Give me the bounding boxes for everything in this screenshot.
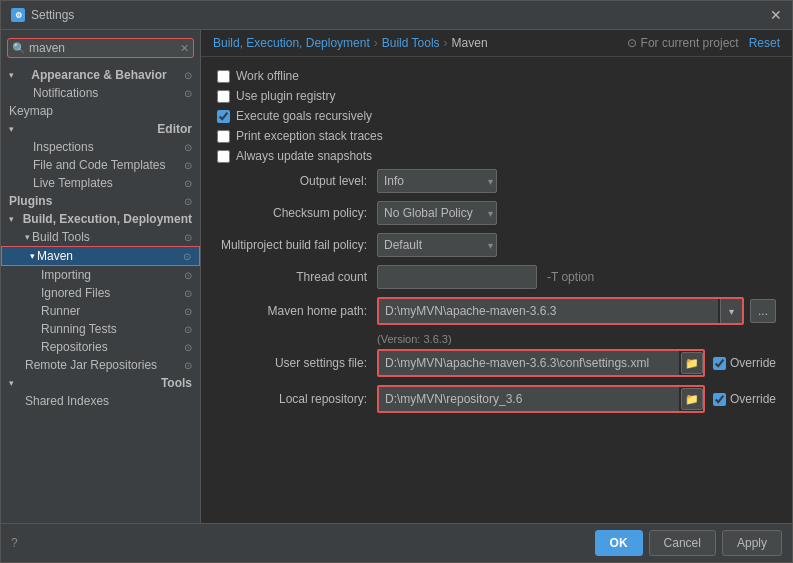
help-button[interactable]: ? xyxy=(11,536,18,550)
checksum-policy-select-wrap: No Global Policy Fail Warn Ignore ▾ xyxy=(377,201,497,225)
print-exception-label: Print exception stack traces xyxy=(236,129,383,143)
maven-label: Maven xyxy=(37,249,73,263)
multiproject-fail-control: Default At End Fail Fast Never Fail ▾ xyxy=(377,233,776,257)
execute-goals-checkbox[interactable] xyxy=(217,110,230,123)
maven-version-text: (Version: 3.6.3) xyxy=(377,333,776,345)
output-level-row: Output level: Info Debug Warning Error ▾ xyxy=(217,169,776,193)
sidebar-item-maven[interactable]: ▾ Maven ⊙ xyxy=(1,246,200,266)
thread-count-input[interactable] xyxy=(377,265,537,289)
sidebar-item-live-templates[interactable]: Live Templates ⊙ xyxy=(1,174,200,192)
sidebar-item-shared-indexes[interactable]: Shared Indexes xyxy=(1,392,200,410)
runner-label: Runner xyxy=(41,304,80,318)
user-settings-input[interactable] xyxy=(379,351,679,375)
sidebar-item-appearance-behavior[interactable]: ▾ Appearance & Behavior ⊙ xyxy=(1,66,200,84)
breadcrumb: Build, Execution, Deployment › Build Too… xyxy=(201,30,792,57)
sidebar-item-keymap[interactable]: Keymap xyxy=(1,102,200,120)
ok-button[interactable]: OK xyxy=(595,530,643,556)
breadcrumb-build[interactable]: Build, Execution, Deployment xyxy=(213,36,370,50)
sidebar-item-editor[interactable]: ▾ Editor xyxy=(1,120,200,138)
sidebar-item-tools[interactable]: ▾ Tools xyxy=(1,374,200,392)
work-offline-row: Work offline xyxy=(217,69,776,83)
local-repo-override-checkbox[interactable] xyxy=(713,393,726,406)
thread-count-control: -T option xyxy=(377,265,776,289)
breadcrumb-sep2: › xyxy=(444,36,448,50)
checksum-policy-select[interactable]: No Global Policy Fail Warn Ignore xyxy=(377,201,497,225)
sidebar-item-notifications[interactable]: Notifications ⊙ xyxy=(1,84,200,102)
settings-dialog: ⚙ Settings ✕ 🔍 maven ✕ ▾ Appearance & Be… xyxy=(0,0,793,563)
sidebar-indicator: ⊙ xyxy=(184,324,192,335)
editor-label: Editor xyxy=(157,122,192,136)
output-level-label: Output level: xyxy=(217,174,377,188)
search-input[interactable]: maven xyxy=(29,41,180,55)
file-code-label: File and Code Templates xyxy=(33,158,166,172)
sidebar-indicator: ⊙ xyxy=(183,251,191,262)
keymap-label: Keymap xyxy=(9,104,53,118)
user-settings-override-checkbox[interactable] xyxy=(713,357,726,370)
maven-home-path-input[interactable] xyxy=(379,299,718,323)
use-plugin-registry-checkbox[interactable] xyxy=(217,90,230,103)
close-button[interactable]: ✕ xyxy=(770,7,782,23)
sidebar-item-running-tests[interactable]: Running Tests ⊙ xyxy=(1,320,200,338)
work-offline-checkbox[interactable] xyxy=(217,70,230,83)
maven-path-browse-button[interactable]: ... xyxy=(750,299,776,323)
sidebar-item-inspections[interactable]: Inspections ⊙ xyxy=(1,138,200,156)
print-exception-checkbox[interactable] xyxy=(217,130,230,143)
apply-button[interactable]: Apply xyxy=(722,530,782,556)
sidebar-indicator: ⊙ xyxy=(184,342,192,353)
local-repo-label: Local repository: xyxy=(217,392,377,406)
remote-jar-repos-label: Remote Jar Repositories xyxy=(25,358,157,372)
arrow-icon: ▾ xyxy=(9,378,14,388)
sidebar: 🔍 maven ✕ ▾ Appearance & Behavior ⊙ Noti… xyxy=(1,30,201,523)
sidebar-indicator: ⊙ xyxy=(184,88,192,99)
local-repo-input[interactable] xyxy=(379,387,679,411)
sidebar-item-build-tools[interactable]: ▾ Build Tools ⊙ xyxy=(1,228,200,246)
live-templates-label: Live Templates xyxy=(33,176,113,190)
sidebar-item-repositories[interactable]: Repositories ⊙ xyxy=(1,338,200,356)
user-settings-folder-button[interactable]: 📁 xyxy=(681,352,703,374)
sidebar-item-file-code-templates[interactable]: File and Code Templates ⊙ xyxy=(1,156,200,174)
settings-icon: ⚙ xyxy=(11,8,25,22)
title-bar-left: ⚙ Settings xyxy=(11,8,74,22)
shared-indexes-label: Shared Indexes xyxy=(25,394,109,408)
footer: ? OK Cancel Apply xyxy=(1,523,792,562)
sidebar-item-ignored-files[interactable]: Ignored Files ⊙ xyxy=(1,284,200,302)
output-level-select[interactable]: Info Debug Warning Error xyxy=(377,169,497,193)
always-update-checkbox[interactable] xyxy=(217,150,230,163)
sidebar-indicator: ⊙ xyxy=(184,288,192,299)
sidebar-indicator: ⊙ xyxy=(184,70,192,81)
sidebar-item-build-exec-deploy[interactable]: ▾ Build, Execution, Deployment xyxy=(1,210,200,228)
use-plugin-registry-row: Use plugin registry xyxy=(217,89,776,103)
user-settings-row: User settings file: 📁 Override xyxy=(217,349,776,377)
output-level-control: Info Debug Warning Error ▾ xyxy=(377,169,776,193)
sidebar-item-plugins[interactable]: Plugins ⊙ xyxy=(1,192,200,210)
plugins-label: Plugins xyxy=(9,194,52,208)
search-wrap: 🔍 maven ✕ xyxy=(7,38,194,58)
local-repo-override-label: Override xyxy=(730,392,776,406)
search-clear-button[interactable]: ✕ xyxy=(180,42,189,55)
maven-path-dropdown-button[interactable]: ▾ xyxy=(720,299,742,323)
t-option-label: -T option xyxy=(547,270,594,284)
reset-button[interactable]: Reset xyxy=(749,36,780,50)
sidebar-item-runner[interactable]: Runner ⊙ xyxy=(1,302,200,320)
inspections-label: Inspections xyxy=(33,140,94,154)
notifications-label: Notifications xyxy=(33,86,98,100)
user-settings-wrap: 📁 xyxy=(377,349,705,377)
main-area: 🔍 maven ✕ ▾ Appearance & Behavior ⊙ Noti… xyxy=(1,30,792,523)
arrow-icon: ▾ xyxy=(25,232,30,242)
multiproject-fail-row: Multiproject build fail policy: Default … xyxy=(217,233,776,257)
sidebar-indicator: ⊙ xyxy=(184,160,192,171)
local-repo-folder-button[interactable]: 📁 xyxy=(681,388,703,410)
always-update-row: Always update snapshots xyxy=(217,149,776,163)
breadcrumb-build-tools[interactable]: Build Tools xyxy=(382,36,440,50)
multiproject-fail-select[interactable]: Default At End Fail Fast Never Fail xyxy=(377,233,497,257)
sidebar-item-importing[interactable]: Importing ⊙ xyxy=(1,266,200,284)
cancel-button[interactable]: Cancel xyxy=(649,530,716,556)
checksum-policy-control: No Global Policy Fail Warn Ignore ▾ xyxy=(377,201,776,225)
multiproject-fail-label: Multiproject build fail policy: xyxy=(217,238,377,252)
sidebar-indicator: ⊙ xyxy=(184,306,192,317)
search-icon: 🔍 xyxy=(12,42,26,55)
output-level-select-wrap: Info Debug Warning Error ▾ xyxy=(377,169,497,193)
maven-path-wrap: ▾ xyxy=(377,297,744,325)
local-repo-control: 📁 Override xyxy=(377,385,776,413)
sidebar-item-remote-jar-repos[interactable]: Remote Jar Repositories ⊙ xyxy=(1,356,200,374)
